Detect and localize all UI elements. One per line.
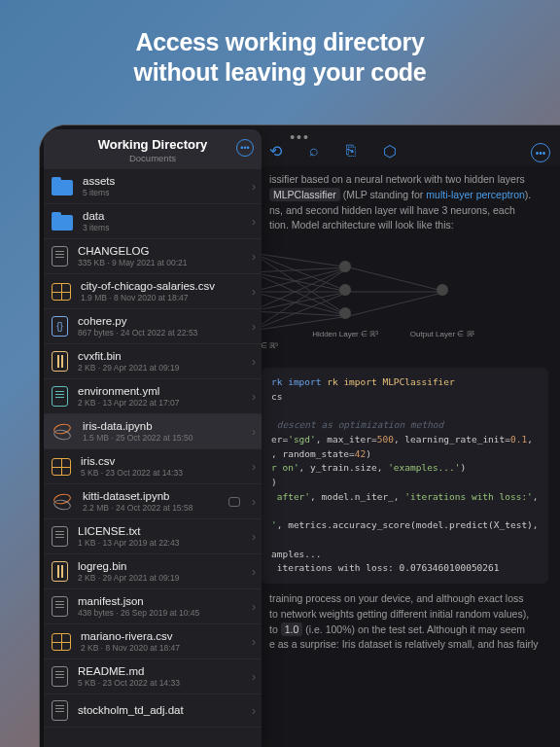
svg-line-0 [252, 253, 349, 267]
chevron-right-icon: › [252, 565, 256, 579]
chevron-right-icon: › [252, 495, 256, 509]
file-item[interactable]: iris.csv5 KB · 23 Oct 2022 at 14:33› [44, 449, 262, 484]
file-name: LICENSE.txt [78, 525, 242, 537]
file-item[interactable]: mariano-rivera.csv2 KB · 8 Nov 2020 at 1… [44, 624, 262, 659]
table-icon [52, 283, 71, 301]
file-item[interactable]: iris-data.ipynb1.5 MB · 25 Oct 2022 at 1… [44, 414, 262, 449]
chevron-right-icon: › [252, 704, 256, 718]
file-name: CHANGELOG [78, 245, 242, 257]
svg-line-2 [252, 253, 349, 316]
file-name: data [83, 210, 242, 222]
file-name: assets [83, 175, 242, 187]
neural-net-diagram: idden Layer ∈ ℝ⁵ Hidden Layer ∈ ℝ³ Outpu… [242, 243, 548, 350]
chevron-right-icon: › [252, 390, 256, 404]
chevron-right-icon: › [252, 180, 256, 194]
marketing-headline: Access working directory without leaving… [0, 27, 560, 89]
svg-line-15 [349, 267, 446, 292]
file-name: logreg.bin [78, 560, 242, 572]
file-item[interactable]: README.md5 KB · 23 Oct 2022 at 14:33› [44, 659, 262, 694]
nn-edges [232, 243, 524, 340]
chevron-right-icon: › [252, 460, 256, 474]
svg-line-13 [252, 292, 349, 331]
doc-icon [52, 246, 68, 267]
file-item[interactable]: CHANGELOG335 KB · 9 May 2021 at 00:21› [44, 239, 262, 274]
file-meta: 438 bytes · 26 Sep 2019 at 10:45 [78, 608, 242, 618]
file-meta: 335 KB · 9 May 2021 at 00:21 [78, 258, 242, 267]
file-item[interactable]: data3 items› [44, 204, 262, 239]
ipynb-icon [52, 421, 73, 443]
chevron-right-icon: › [252, 635, 256, 649]
bin-icon [52, 561, 68, 582]
table-icon [52, 633, 71, 651]
code-chip: MLPClassifier [269, 188, 340, 201]
sidebar-more-button[interactable]: ••• [236, 139, 254, 157]
file-meta: 5 KB · 23 Oct 2022 at 14:33 [81, 468, 242, 478]
headline-line-1: Access working directory [0, 27, 560, 57]
package-icon[interactable]: ⬡ [383, 142, 397, 160]
sidebar-subtitle: Documents [52, 153, 254, 163]
file-item[interactable]: environment.yml2 KB · 13 Apr 2022 at 17:… [44, 379, 262, 414]
file-meta: 5 KB · 23 Oct 2022 at 14:33 [78, 678, 242, 688]
file-name: cohere.py [78, 315, 242, 327]
open-badge-icon [228, 497, 240, 507]
file-meta: 5 items [83, 188, 242, 197]
chevron-right-icon: › [252, 250, 256, 264]
file-item[interactable]: {}cohere.py867 bytes · 24 Oct 2022 at 22… [44, 309, 262, 344]
doc-icon [52, 700, 68, 721]
file-name: cvxfit.bin [78, 350, 242, 362]
file-item[interactable]: city-of-chicago-salaries.csv1.9 MB · 8 N… [44, 274, 262, 309]
doc-icon [52, 596, 68, 617]
ipynb-icon [52, 491, 73, 513]
sidebar-header: Working Directory Documents ••• [44, 129, 262, 169]
file-item[interactable]: cvxfit.bin2 KB · 29 Apr 2021 at 09:19› [44, 344, 262, 379]
chevron-right-icon: › [252, 355, 256, 369]
svg-line-1 [252, 253, 349, 292]
file-meta: 1.9 MB · 8 Nov 2020 at 18:47 [81, 293, 242, 302]
file-meta: 2 KB · 29 Apr 2021 at 09:19 [78, 573, 242, 583]
file-name: iris.csv [81, 455, 242, 467]
chevron-right-icon: › [252, 215, 256, 229]
file-meta: 867 bytes · 24 Oct 2022 at 22:53 [78, 328, 242, 338]
folder-icon [52, 215, 73, 231]
py-icon: {} [52, 316, 68, 337]
file-name: environment.yml [78, 385, 242, 397]
file-meta: 1.5 MB · 25 Oct 2022 at 15:50 [83, 433, 242, 443]
chevron-right-icon: › [252, 425, 256, 439]
file-item[interactable]: assets5 items› [44, 169, 262, 204]
file-name: kitti-dataset.ipynb [83, 490, 242, 502]
file-meta: 2.2 MB · 24 Oct 2022 at 15:58 [83, 503, 242, 513]
file-name: stockholm_td_adj.dat [78, 704, 242, 716]
table-icon [52, 458, 71, 476]
doc-text: issifier based on a neural network with … [269, 173, 525, 185]
device-frame: ••• ⟲ ⌕ ⎘ ⬡ ••• issifier based on a neur… [39, 124, 560, 747]
chevron-right-icon: › [252, 600, 256, 614]
working-directory-panel: Working Directory Documents ••• assets5 … [44, 129, 262, 747]
file-item[interactable]: LICENSE.txt1 KB · 13 Apr 2019 at 22:43› [44, 519, 262, 554]
doc-icon [52, 666, 68, 687]
headline-line-2: without leaving your code [0, 57, 560, 88]
doc-link[interactable]: multi-layer perceptron [426, 189, 525, 200]
file-meta: 3 items [83, 223, 242, 232]
file-meta: 1 KB · 13 Apr 2019 at 22:43 [78, 538, 242, 548]
svg-line-17 [349, 292, 446, 316]
search-icon[interactable]: ⌕ [309, 142, 319, 160]
file-item[interactable]: stockholm_td_adj.dat› [44, 694, 262, 728]
bin-icon [52, 351, 68, 372]
run-icon[interactable]: ⟲ [269, 142, 282, 160]
doc-icon [52, 526, 68, 547]
file-name: mariano-rivera.csv [81, 630, 242, 642]
file-name: manifest.json [78, 595, 242, 607]
code-cell[interactable]: rk import rk import MLPClassifier cs des… [262, 368, 548, 584]
chevron-right-icon: › [252, 530, 256, 544]
more-button[interactable]: ••• [531, 143, 550, 162]
file-item[interactable]: manifest.json438 bytes · 26 Sep 2019 at … [44, 589, 262, 624]
chevron-right-icon: › [252, 320, 256, 334]
folder-icon [52, 180, 73, 196]
file-list[interactable]: assets5 items›data3 items›CHANGELOG335 K… [44, 169, 262, 747]
cell-icon[interactable]: ⎘ [346, 142, 356, 160]
chevron-right-icon: › [252, 670, 256, 684]
file-item[interactable]: logreg.bin2 KB · 29 Apr 2021 at 09:19› [44, 554, 262, 589]
file-item[interactable]: kitti-dataset.ipynb2.2 MB · 24 Oct 2022 … [44, 484, 262, 519]
sidebar-title: Working Directory [52, 137, 254, 152]
file-meta: 2 KB · 8 Nov 2020 at 18:47 [81, 643, 242, 653]
